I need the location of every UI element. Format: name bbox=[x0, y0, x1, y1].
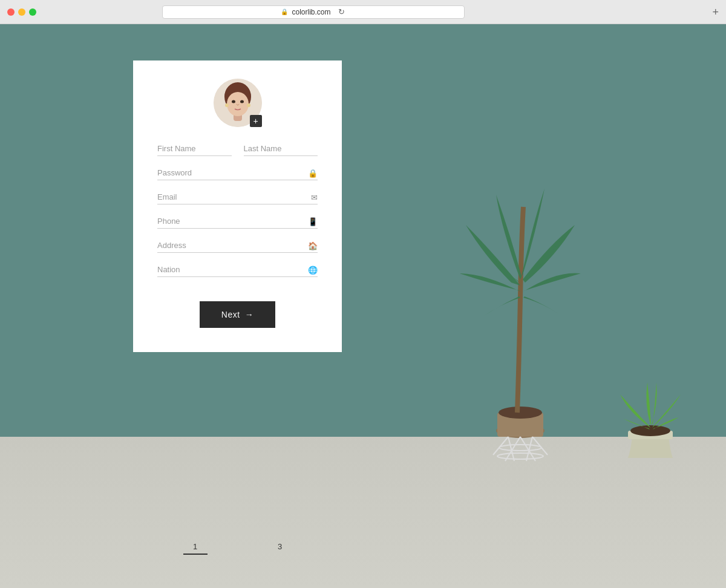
svg-point-18 bbox=[240, 100, 244, 103]
address-field: 🏠 bbox=[157, 238, 318, 253]
svg-point-12 bbox=[630, 425, 670, 436]
address-field-icon: 🏠 bbox=[308, 241, 318, 250]
nation-field-icon: 🌐 bbox=[308, 266, 318, 275]
minimize-button[interactable] bbox=[18, 8, 25, 16]
password-input[interactable] bbox=[157, 166, 318, 180]
name-row bbox=[157, 142, 318, 156]
password-field: 🔒 bbox=[157, 166, 318, 180]
browser-chrome: 🔒 colorlib.com ↻ + bbox=[0, 0, 726, 24]
form-card: + 🔒 ✉ bbox=[133, 60, 342, 352]
next-label: Next bbox=[221, 310, 240, 319]
avatar-container: + bbox=[214, 79, 262, 127]
url-text: colorlib.com bbox=[292, 8, 330, 16]
next-arrow-icon: → bbox=[245, 310, 254, 319]
page-2-label: 3 bbox=[278, 542, 282, 551]
email-field: ✉ bbox=[157, 190, 318, 204]
page-1[interactable]: 1 bbox=[183, 542, 208, 555]
last-name-input[interactable] bbox=[244, 142, 318, 156]
main-area: + 🔒 ✉ bbox=[0, 24, 726, 588]
next-button[interactable]: Next → bbox=[200, 301, 275, 328]
first-name-field bbox=[157, 142, 232, 156]
new-tab-button[interactable]: + bbox=[712, 7, 719, 18]
page-2[interactable]: 3 bbox=[268, 542, 292, 555]
first-name-input[interactable] bbox=[157, 142, 232, 156]
address-bar[interactable]: 🔒 colorlib.com ↻ bbox=[162, 5, 465, 19]
svg-point-17 bbox=[232, 100, 235, 103]
lock-icon: 🔒 bbox=[281, 8, 288, 15]
page-1-label: 1 bbox=[193, 542, 197, 551]
svg-point-9 bbox=[497, 453, 543, 459]
form-fields: 🔒 ✉ 📱 🏠 🌐 bbox=[157, 142, 318, 287]
svg-point-16 bbox=[227, 92, 249, 116]
close-button[interactable] bbox=[7, 8, 15, 16]
plant-large bbox=[454, 177, 587, 467]
reload-button[interactable]: ↻ bbox=[337, 7, 347, 17]
maximize-button[interactable] bbox=[29, 8, 36, 16]
phone-field: 📱 bbox=[157, 214, 318, 229]
svg-point-20 bbox=[247, 103, 250, 107]
lock-field-icon: 🔒 bbox=[308, 169, 318, 178]
last-name-field bbox=[244, 142, 318, 156]
pagination: 1 3 bbox=[133, 542, 342, 555]
svg-point-8 bbox=[499, 445, 541, 451]
svg-point-10 bbox=[499, 407, 542, 419]
nation-field: 🌐 bbox=[157, 263, 318, 277]
phone-field-icon: 📱 bbox=[308, 217, 318, 226]
page-2-indicator bbox=[268, 554, 292, 555]
add-photo-button[interactable]: + bbox=[250, 115, 262, 127]
plant-small bbox=[611, 370, 690, 467]
page-1-indicator bbox=[183, 554, 208, 555]
phone-input[interactable] bbox=[157, 214, 318, 229]
address-input[interactable] bbox=[157, 238, 318, 253]
email-input[interactable] bbox=[157, 190, 318, 204]
traffic-lights bbox=[7, 8, 36, 16]
email-field-icon: ✉ bbox=[311, 193, 318, 202]
svg-point-19 bbox=[225, 103, 229, 107]
nation-input[interactable] bbox=[157, 263, 318, 277]
